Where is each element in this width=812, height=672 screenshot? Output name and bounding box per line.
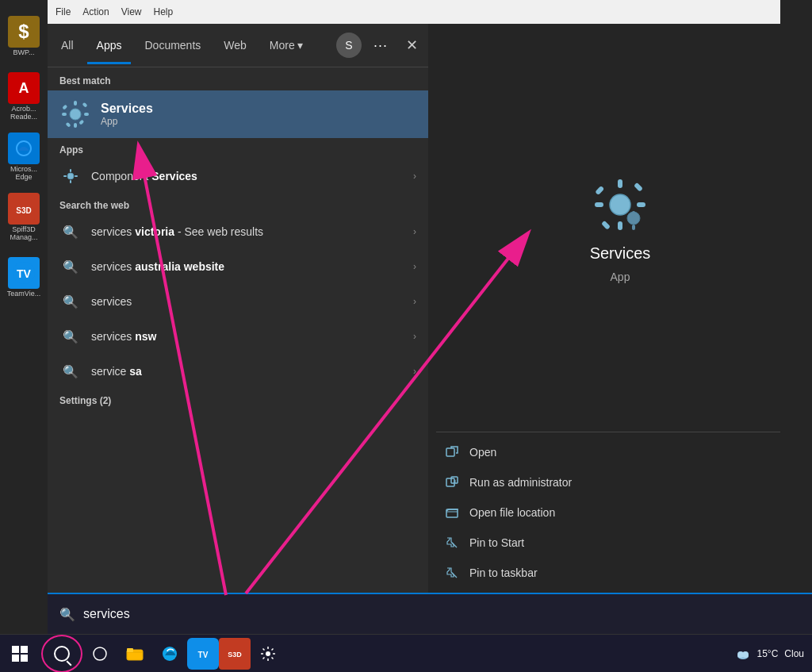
services-text: services (91, 295, 404, 308)
svg-rect-25 (595, 186, 604, 195)
cloud-icon (735, 646, 751, 662)
results-left-panel: All Apps Documents Web More ▾ S ··· ✕ Be… (48, 24, 428, 593)
menu-file[interactable]: File (56, 6, 71, 17)
svg-rect-7 (74, 101, 77, 106)
preview-actions: Open Run as administrator Open file loca… (428, 432, 812, 593)
app-icon-acrobat[interactable]: A Acrob... Reade... (5, 68, 43, 125)
search-web-icon-2: 🔍 (59, 255, 82, 278)
app-icon-bwp[interactable]: $ BWP... (5, 8, 43, 65)
run-admin-icon (444, 474, 460, 490)
service-sa-text: service sa (91, 365, 404, 378)
tab-more[interactable]: More ▾ (260, 33, 312, 58)
svg-rect-13 (66, 122, 71, 128)
svg-rect-33 (446, 478, 454, 486)
action-pin-taskbar[interactable]: Pin to taskbar (444, 561, 796, 585)
best-match-item[interactable]: Services App (48, 90, 428, 138)
services-australia-text: services australia website (91, 260, 404, 273)
action-file-location[interactable]: Open file location (444, 501, 796, 524)
edge-taskbar-button[interactable] (152, 635, 187, 673)
file-explorer-button[interactable] (117, 635, 152, 673)
svg-rect-10 (84, 113, 89, 116)
action-run-admin-label: Run as administrator (469, 476, 572, 489)
start-button[interactable] (0, 635, 40, 673)
svg-text:S3D: S3D (228, 651, 242, 659)
search-web-icon-3: 🔍 (59, 290, 82, 313)
search-panel: All Apps Documents Web More ▾ S ··· ✕ Be… (48, 24, 812, 593)
result-services[interactable]: 🔍 services › (48, 284, 428, 319)
svg-text:TV: TV (198, 651, 209, 659)
options-button[interactable]: ··· (368, 33, 393, 58)
app-icon-edge[interactable]: Micros... Edge (5, 129, 43, 186)
action-open-label: Open (469, 446, 496, 459)
menu-help[interactable]: Help (154, 6, 174, 17)
taskbar-search-icon (54, 646, 70, 662)
svg-rect-27 (601, 220, 611, 229)
svg-rect-24 (637, 202, 645, 207)
action-pin-start[interactable]: Pin to Start (444, 531, 796, 555)
task-view-button[interactable] (82, 635, 117, 673)
spiff3d-taskbar-button[interactable]: S3D (219, 638, 251, 670)
user-avatar-button[interactable]: S (336, 33, 362, 58)
svg-point-20 (610, 194, 630, 215)
svg-rect-9 (62, 113, 67, 116)
action-pin-start-label: Pin to Start (469, 536, 524, 549)
svg-text:A: A (19, 80, 29, 96)
close-button[interactable]: ✕ (400, 33, 424, 57)
component-services-arrow: › (413, 171, 416, 182)
menu-view[interactable]: View (121, 6, 142, 17)
taskbar-search-button[interactable] (41, 635, 82, 673)
teamviewer-taskbar-button[interactable]: TV (187, 638, 219, 670)
search-bar-area: 🔍 (48, 593, 812, 634)
services-nsw-text: services nsw (91, 330, 404, 343)
action-pin-taskbar-label: Pin to taskbar (469, 566, 538, 579)
svg-rect-23 (595, 202, 603, 207)
search-web-icon-5: 🔍 (59, 360, 82, 382)
search-web-icon-1: 🔍 (59, 221, 82, 243)
component-services-icon (59, 165, 82, 187)
tab-bar: All Apps Documents Web More ▾ S ··· ✕ (48, 24, 428, 67)
tab-all[interactable]: All (52, 33, 83, 58)
preview-subtitle: App (611, 271, 630, 283)
tab-web[interactable]: Web (214, 33, 256, 58)
svg-rect-14 (82, 102, 88, 108)
action-run-admin[interactable]: Run as administrator (444, 470, 796, 494)
arrow-1: › (413, 226, 416, 237)
preview-panel: Services App Open Run as administrator (428, 24, 812, 593)
file-location-icon (444, 505, 460, 520)
web-section-label: Search the web (48, 194, 428, 214)
app-icon-teamviewer[interactable]: TV TeamVie... (5, 249, 43, 306)
best-match-label: Best match (48, 67, 428, 90)
apps-section-label: Apps (48, 138, 428, 159)
svg-rect-16 (70, 169, 71, 172)
windows-logo-icon (12, 646, 28, 662)
action-open[interactable]: Open (444, 440, 796, 464)
menu-action[interactable]: Action (82, 6, 109, 17)
result-services-victoria[interactable]: 🔍 services victoria - See web results › (48, 214, 428, 249)
tab-documents[interactable]: Documents (135, 33, 210, 58)
open-icon (444, 444, 460, 460)
background-menu-bar: File Action View Help (48, 0, 812, 24)
component-services-text: Component Services (91, 170, 404, 182)
search-bar-icon: 🔍 (59, 607, 75, 622)
app-icon-spiff3d[interactable]: S3D Spiff3D Manag... (5, 189, 43, 246)
tab-right-controls: S ··· ✕ (336, 33, 424, 58)
taskbar: TV S3D 15°C Clou (0, 634, 812, 672)
result-services-nsw[interactable]: 🔍 services nsw › (48, 319, 428, 354)
svg-rect-40 (127, 648, 133, 652)
pin-taskbar-icon (444, 565, 460, 581)
arrow-4: › (413, 331, 416, 342)
taskbar-right: 15°C Clou (735, 646, 813, 662)
tab-apps[interactable]: Apps (87, 33, 132, 58)
result-service-sa[interactable]: 🔍 service sa › (48, 354, 428, 389)
result-services-australia[interactable]: 🔍 services australia website › (48, 249, 428, 284)
search-input[interactable] (83, 607, 800, 621)
weather-temp: 15°C (757, 648, 779, 659)
result-component-services[interactable]: Component Services › (48, 159, 428, 194)
preview-gear-icon (588, 173, 652, 236)
svg-rect-32 (446, 448, 454, 456)
arrow-3: › (413, 296, 416, 307)
preview-top: Services App (428, 24, 812, 432)
svg-rect-12 (79, 120, 84, 125)
svg-rect-22 (618, 221, 622, 230)
settings-taskbar-button[interactable] (251, 635, 285, 673)
